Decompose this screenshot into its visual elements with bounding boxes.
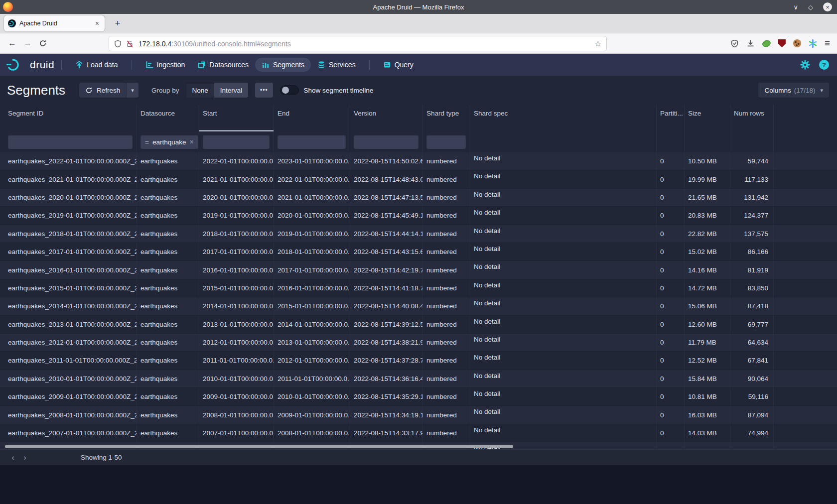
group-by-interval-button[interactable]: Interval <box>214 83 248 98</box>
column-header-size[interactable]: Size <box>685 105 730 131</box>
reload-icon[interactable] <box>39 39 47 47</box>
table-row[interactable]: earthquakes_2017-01-01T00:00:00.000Z_2..… <box>0 243 837 261</box>
new-tab-button[interactable]: + <box>111 18 125 29</box>
cell-version: 2022-08-15T14:42:19.7... <box>350 261 423 278</box>
nav-item-query[interactable]: Query <box>377 58 420 72</box>
table-row[interactable]: earthquakes_2022-01-01T00:00:00.000Z_2..… <box>0 152 837 170</box>
protection-shield-icon[interactable] <box>730 39 739 48</box>
cell-size: 14.72 MB <box>685 279 730 297</box>
table-row[interactable]: earthquakes_2012-01-01T00:00:00.000Z_2..… <box>0 334 837 352</box>
table-row[interactable]: earthquakes_2011-01-01T00:00:00.000Z_2..… <box>0 352 837 370</box>
nav-item-segments[interactable]: Segments <box>255 58 311 72</box>
column-header-shard-spec[interactable]: Shard spec <box>470 105 657 131</box>
druid-logo[interactable]: druid <box>6 58 54 71</box>
cell-partition <box>657 442 685 449</box>
nav-item-services[interactable]: Services <box>311 58 362 72</box>
more-options-button[interactable]: ••• <box>255 83 273 98</box>
asterisk-extension-icon[interactable] <box>809 39 817 48</box>
column-header-end[interactable]: End <box>274 105 350 131</box>
cell-datasource: earthquakes <box>137 243 199 260</box>
column-header-start[interactable]: Start <box>199 105 274 131</box>
cell-partition: 0 <box>657 297 685 315</box>
datasource-filter-tag[interactable]: = earthquake × <box>140 135 198 149</box>
prev-page-button[interactable]: ‹ <box>7 453 19 463</box>
nav-item-ingestion[interactable]: Ingestion <box>139 58 192 72</box>
table-row[interactable]: earthquakes_2013-01-01T00:00:00.000Z_2..… <box>0 316 837 334</box>
window-minimize-icon[interactable]: ∨ <box>793 4 798 10</box>
filter-input-start[interactable] <box>203 135 270 149</box>
table-row[interactable]: earthquakes_2010-01-01T00:00:00.000Z_2..… <box>0 370 837 388</box>
bookmark-star-icon[interactable]: ☆ <box>595 39 601 48</box>
cell-num-rows: 131,942 <box>730 189 774 206</box>
back-icon[interactable]: ← <box>8 38 16 48</box>
cell-start: 2010-01-01T00:00:00.0... <box>199 370 274 387</box>
column-header-segment-id[interactable]: Segment ID <box>0 105 137 131</box>
cell-filler <box>774 261 837 278</box>
forward-icon[interactable]: → <box>23 38 32 48</box>
table-row[interactable]: earthquakes_2018-01-01T00:00:00.000Z_2..… <box>0 225 837 243</box>
cell-segment-id: earthquakes_2020-01-01T00:00:00.000Z_2..… <box>0 189 137 206</box>
refresh-split-button: Refresh ▾ <box>79 83 139 98</box>
columns-count: (17/18) <box>794 87 816 94</box>
shield-icon[interactable] <box>114 40 122 48</box>
column-header-num-rows[interactable]: Num rows <box>730 105 774 131</box>
refresh-dropdown-caret[interactable]: ▾ <box>126 83 139 98</box>
window-maximize-icon[interactable]: ◇ <box>808 4 813 10</box>
table-row[interactable]: earthquakes_2009-01-01T00:00:00.000Z_2..… <box>0 388 837 406</box>
tab-apache-druid[interactable]: Apache Druid × <box>4 15 105 31</box>
table-row[interactable]: earthquakes_2008-01-01T00:00:00.000Z_2..… <box>0 406 837 424</box>
cell-datasource: earthquakes <box>137 207 199 224</box>
settings-gear-icon[interactable] <box>800 60 810 70</box>
window-title: Apache Druid — Mozilla Firefox <box>0 3 837 11</box>
table-row[interactable]: earthquakes_2015-01-01T00:00:00.000Z_2..… <box>0 279 837 297</box>
column-header-shard-type[interactable]: Shard type <box>423 105 470 131</box>
cell-datasource: earthquakes <box>137 225 199 243</box>
cell-shard-spec: No detail <box>470 225 657 243</box>
cell-filler <box>774 334 837 351</box>
remove-filter-icon[interactable]: × <box>189 138 193 146</box>
next-page-button[interactable]: › <box>19 453 31 463</box>
filter-input-segment-id[interactable] <box>8 135 133 149</box>
cell-start: 2013-01-01T00:00:00.0... <box>199 316 274 333</box>
group-by-none-button[interactable]: None <box>186 83 214 98</box>
table-row[interactable]: earthquakes_2021-01-01T00:00:00.000Z_2..… <box>0 170 837 188</box>
table-row[interactable]: earthquakes_2007-01-01T00:00:00.000Z_2..… <box>0 424 837 442</box>
filter-input-version[interactable] <box>354 135 418 149</box>
column-header-datasource[interactable]: Datasource <box>137 105 199 131</box>
nav-label: Segments <box>273 61 304 69</box>
cell-shard-type: numbered <box>423 352 470 369</box>
horizontal-scrollbar[interactable] <box>5 445 513 448</box>
url-bar[interactable]: 172.18.0.4:30109/unified-console.html#se… <box>109 36 607 51</box>
help-icon[interactable]: ? <box>819 60 829 70</box>
cell-num-rows: 137,575 <box>730 225 774 243</box>
columns-button[interactable]: Columns (17/18) ▾ <box>758 83 829 98</box>
cell-datasource: earthquakes <box>137 388 199 405</box>
query-icon <box>383 61 391 69</box>
table-row[interactable]: earthquakes_2019-01-01T00:00:00.000Z_2..… <box>0 207 837 225</box>
cell-shard-type: numbered <box>423 152 470 170</box>
ublock-shield-icon[interactable] <box>778 39 786 47</box>
nav-item-load-data[interactable]: Load data <box>69 58 124 72</box>
tab-close-icon[interactable]: × <box>94 19 101 27</box>
cell-segment-id: earthquakes_2015-01-01T00:00:00.000Z_2..… <box>0 279 137 297</box>
cell-segment-id: earthquakes_2016-01-01T00:00:00.000Z_2..… <box>0 261 137 278</box>
table-row[interactable]: earthquakes_2020-01-01T00:00:00.000Z_2..… <box>0 189 837 207</box>
hamburger-menu-icon[interactable]: ≡ <box>825 38 830 49</box>
cookie-extension-icon[interactable] <box>793 39 801 47</box>
nav-item-datasources[interactable]: Datasources <box>191 58 255 72</box>
extension-green-icon[interactable] <box>761 39 771 48</box>
filter-input-shard-type[interactable] <box>426 135 466 149</box>
refresh-button[interactable]: Refresh <box>79 83 126 98</box>
downloads-icon[interactable] <box>746 39 755 48</box>
column-header-partition[interactable]: Partiti... <box>657 105 685 131</box>
cell-filler <box>774 152 837 170</box>
table-row[interactable]: earthquakes_2014-01-01T00:00:00.000Z_2..… <box>0 297 837 315</box>
cell-num-rows: 124,377 <box>730 207 774 224</box>
cell-shard-spec: No detail <box>470 424 657 442</box>
filter-input-end[interactable] <box>278 135 346 149</box>
segment-timeline-toggle[interactable] <box>280 85 299 95</box>
table-row[interactable]: earthquakes_2016-01-01T00:00:00.000Z_2..… <box>0 261 837 279</box>
insecure-lock-icon[interactable] <box>126 40 134 48</box>
window-close-icon[interactable]: × <box>823 2 832 11</box>
column-header-version[interactable]: Version <box>350 105 423 131</box>
